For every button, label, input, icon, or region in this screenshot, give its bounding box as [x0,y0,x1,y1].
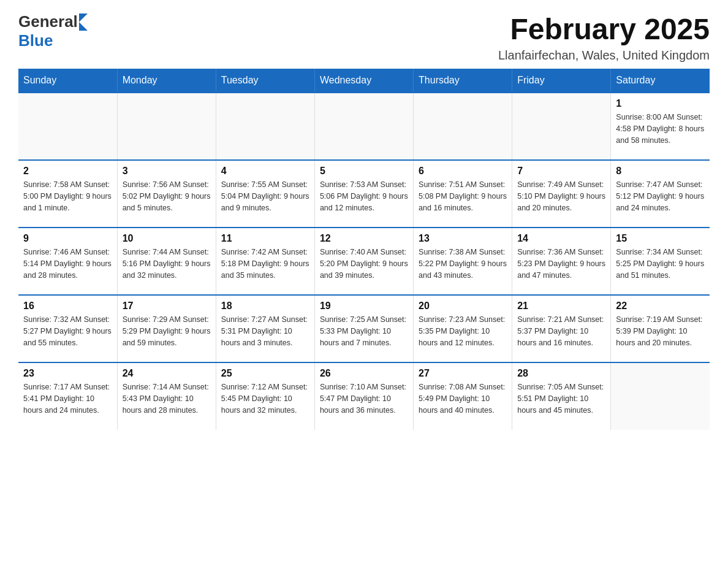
day-number: 10 [123,233,211,244]
day-info: Sunrise: 7:19 AM Sunset: 5:39 PM Dayligh… [616,314,705,348]
day-info: Sunrise: 7:56 AM Sunset: 5:02 PM Dayligh… [123,179,211,213]
day-info: Sunrise: 7:05 AM Sunset: 5:51 PM Dayligh… [517,381,605,416]
day-info: Sunrise: 7:53 AM Sunset: 5:06 PM Dayligh… [320,179,408,213]
calendar-week-row: 2Sunrise: 7:58 AM Sunset: 5:00 PM Daylig… [18,160,710,228]
day-info: Sunrise: 7:46 AM Sunset: 5:14 PM Dayligh… [23,247,112,281]
day-number: 19 [320,301,408,312]
calendar-day-cell [414,93,512,160]
calendar-table: SundayMondayTuesdayWednesdayThursdayFrid… [18,69,710,430]
day-number: 18 [221,301,309,312]
day-number: 13 [419,233,507,244]
day-number: 25 [221,368,309,379]
day-number: 15 [616,233,705,244]
calendar-week-row: 16Sunrise: 7:32 AM Sunset: 5:27 PM Dayli… [18,295,710,362]
logo-general: General [18,12,78,31]
day-info: Sunrise: 7:42 AM Sunset: 5:18 PM Dayligh… [221,247,309,281]
day-info: Sunrise: 7:34 AM Sunset: 5:25 PM Dayligh… [616,247,705,281]
day-info: Sunrise: 7:47 AM Sunset: 5:12 PM Dayligh… [616,179,705,213]
day-number: 7 [517,166,605,177]
page-header: General Blue February 2025 Llanfairfecha… [18,12,710,63]
day-info: Sunrise: 7:38 AM Sunset: 5:22 PM Dayligh… [419,247,507,281]
calendar-day-cell: 26Sunrise: 7:10 AM Sunset: 5:47 PM Dayli… [314,362,413,430]
day-number: 16 [23,301,112,312]
day-info: Sunrise: 7:36 AM Sunset: 5:23 PM Dayligh… [517,247,605,281]
day-info: Sunrise: 7:29 AM Sunset: 5:29 PM Dayligh… [123,314,211,348]
logo: General Blue [18,12,88,50]
calendar-day-cell: 7Sunrise: 7:49 AM Sunset: 5:10 PM Daylig… [512,160,611,228]
day-number: 28 [517,368,605,379]
day-info: Sunrise: 7:40 AM Sunset: 5:20 PM Dayligh… [320,247,408,281]
logo-blue: Blue [18,31,53,50]
calendar-day-cell: 28Sunrise: 7:05 AM Sunset: 5:51 PM Dayli… [512,362,611,430]
day-info: Sunrise: 7:21 AM Sunset: 5:37 PM Dayligh… [517,314,605,348]
day-info: Sunrise: 8:00 AM Sunset: 4:58 PM Dayligh… [616,112,705,146]
day-number: 3 [123,166,211,177]
day-number: 14 [517,233,605,244]
day-info: Sunrise: 7:32 AM Sunset: 5:27 PM Dayligh… [23,314,112,348]
calendar-body: 1Sunrise: 8:00 AM Sunset: 4:58 PM Daylig… [18,93,710,430]
calendar-day-cell: 13Sunrise: 7:38 AM Sunset: 5:22 PM Dayli… [414,228,512,295]
day-info: Sunrise: 7:12 AM Sunset: 5:45 PM Dayligh… [221,381,309,416]
day-number: 27 [419,368,507,379]
day-info: Sunrise: 7:23 AM Sunset: 5:35 PM Dayligh… [419,314,507,348]
calendar-day-cell: 6Sunrise: 7:51 AM Sunset: 5:08 PM Daylig… [414,160,512,228]
calendar-day-cell [611,362,710,430]
day-number: 20 [419,301,507,312]
calendar-day-cell [314,93,413,160]
day-info: Sunrise: 7:51 AM Sunset: 5:08 PM Dayligh… [419,179,507,213]
calendar-day-cell: 24Sunrise: 7:14 AM Sunset: 5:43 PM Dayli… [117,362,216,430]
calendar-day-cell: 22Sunrise: 7:19 AM Sunset: 5:39 PM Dayli… [611,295,710,362]
calendar-day-cell: 17Sunrise: 7:29 AM Sunset: 5:29 PM Dayli… [117,295,216,362]
weekday-header-saturday: Saturday [611,69,710,93]
weekday-header-sunday: Sunday [18,69,117,93]
weekday-header-row: SundayMondayTuesdayWednesdayThursdayFrid… [18,69,710,93]
calendar-day-cell: 12Sunrise: 7:40 AM Sunset: 5:20 PM Dayli… [314,228,413,295]
calendar-day-cell: 19Sunrise: 7:25 AM Sunset: 5:33 PM Dayli… [314,295,413,362]
calendar-day-cell: 11Sunrise: 7:42 AM Sunset: 5:18 PM Dayli… [216,228,314,295]
day-info: Sunrise: 7:55 AM Sunset: 5:04 PM Dayligh… [221,179,309,213]
day-info: Sunrise: 7:17 AM Sunset: 5:41 PM Dayligh… [23,381,112,416]
calendar-day-cell: 20Sunrise: 7:23 AM Sunset: 5:35 PM Dayli… [414,295,512,362]
day-number: 8 [616,166,705,177]
calendar-week-row: 1Sunrise: 8:00 AM Sunset: 4:58 PM Daylig… [18,93,710,160]
day-info: Sunrise: 7:49 AM Sunset: 5:10 PM Dayligh… [517,179,605,213]
day-number: 23 [23,368,112,379]
day-info: Sunrise: 7:44 AM Sunset: 5:16 PM Dayligh… [123,247,211,281]
calendar-day-cell: 1Sunrise: 8:00 AM Sunset: 4:58 PM Daylig… [611,93,710,160]
day-number: 6 [419,166,507,177]
day-info: Sunrise: 7:08 AM Sunset: 5:49 PM Dayligh… [419,381,507,416]
calendar-day-cell: 3Sunrise: 7:56 AM Sunset: 5:02 PM Daylig… [117,160,216,228]
calendar-day-cell: 14Sunrise: 7:36 AM Sunset: 5:23 PM Dayli… [512,228,611,295]
calendar-day-cell: 4Sunrise: 7:55 AM Sunset: 5:04 PM Daylig… [216,160,314,228]
calendar-day-cell: 15Sunrise: 7:34 AM Sunset: 5:25 PM Dayli… [611,228,710,295]
calendar-day-cell: 16Sunrise: 7:32 AM Sunset: 5:27 PM Dayli… [18,295,117,362]
day-number: 24 [123,368,211,379]
day-info: Sunrise: 7:27 AM Sunset: 5:31 PM Dayligh… [221,314,309,348]
weekday-header-thursday: Thursday [414,69,512,93]
calendar-day-cell: 18Sunrise: 7:27 AM Sunset: 5:31 PM Dayli… [216,295,314,362]
calendar-week-row: 23Sunrise: 7:17 AM Sunset: 5:41 PM Dayli… [18,362,710,430]
day-number: 2 [23,166,112,177]
calendar-day-cell: 27Sunrise: 7:08 AM Sunset: 5:49 PM Dayli… [414,362,512,430]
calendar-week-row: 9Sunrise: 7:46 AM Sunset: 5:14 PM Daylig… [18,228,710,295]
day-number: 9 [23,233,112,244]
day-number: 1 [616,98,705,109]
day-info: Sunrise: 7:10 AM Sunset: 5:47 PM Dayligh… [320,381,408,416]
day-number: 17 [123,301,211,312]
calendar-day-cell: 8Sunrise: 7:47 AM Sunset: 5:12 PM Daylig… [611,160,710,228]
day-number: 12 [320,233,408,244]
calendar-day-cell: 21Sunrise: 7:21 AM Sunset: 5:37 PM Dayli… [512,295,611,362]
calendar-day-cell: 2Sunrise: 7:58 AM Sunset: 5:00 PM Daylig… [18,160,117,228]
calendar-header: SundayMondayTuesdayWednesdayThursdayFrid… [18,69,710,93]
day-number: 21 [517,301,605,312]
day-number: 5 [320,166,408,177]
calendar-day-cell: 25Sunrise: 7:12 AM Sunset: 5:45 PM Dayli… [216,362,314,430]
calendar-day-cell: 23Sunrise: 7:17 AM Sunset: 5:41 PM Dayli… [18,362,117,430]
weekday-header-monday: Monday [117,69,216,93]
calendar-day-cell: 5Sunrise: 7:53 AM Sunset: 5:06 PM Daylig… [314,160,413,228]
calendar-title: February 2025 [498,12,710,46]
day-number: 22 [616,301,705,312]
day-info: Sunrise: 7:25 AM Sunset: 5:33 PM Dayligh… [320,314,408,348]
calendar-subtitle: Llanfairfechan, Wales, United Kingdom [498,48,710,63]
calendar-day-cell [512,93,611,160]
